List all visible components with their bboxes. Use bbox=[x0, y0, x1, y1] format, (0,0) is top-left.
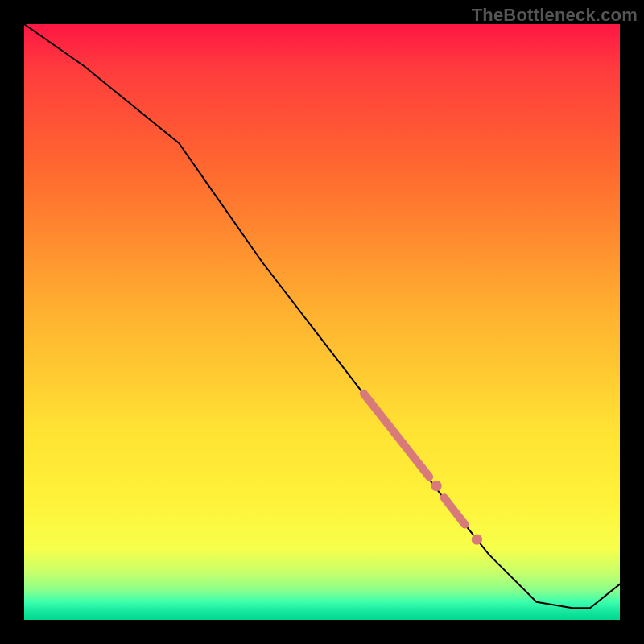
highlight-segment bbox=[364, 394, 429, 477]
chart-frame: TheBottleneck.com bbox=[0, 0, 644, 644]
highlight-dash-1 bbox=[444, 497, 465, 524]
highlight-markers bbox=[364, 394, 482, 545]
plot-area bbox=[24, 24, 620, 620]
chart-svg bbox=[24, 24, 620, 620]
curve-path bbox=[24, 24, 620, 608]
watermark-text: TheBottleneck.com bbox=[472, 5, 638, 26]
highlight-dot-1 bbox=[431, 481, 441, 491]
highlight-dot-2 bbox=[472, 534, 482, 544]
